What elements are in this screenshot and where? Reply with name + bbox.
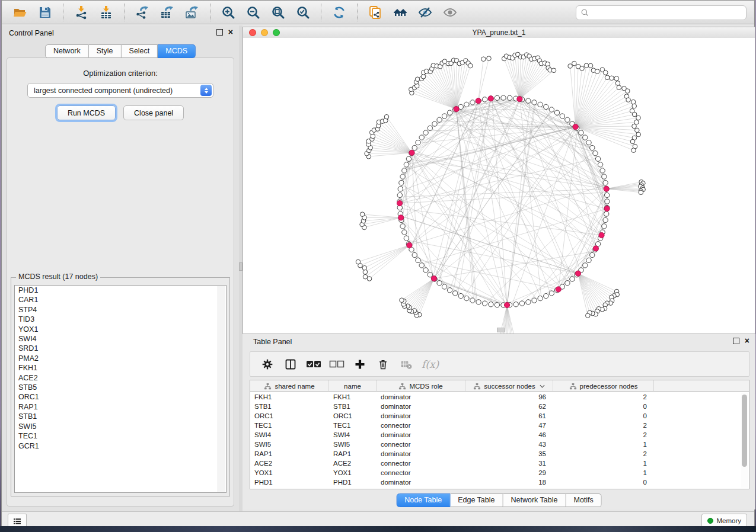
list-item[interactable]: ORC1	[15, 392, 226, 402]
list-icon	[12, 517, 22, 526]
table-row[interactable]: SWI5SWI5connector431	[250, 440, 749, 449]
settings-gear-button[interactable]	[259, 355, 276, 373]
table-row[interactable]: FKH1FKH1dominator962	[250, 392, 749, 402]
control-panel-tabs: NetworkStyleSelectMCDS	[45, 44, 196, 58]
table-row[interactable]: YOX1YOX1connector291	[250, 468, 749, 477]
cell-successor-nodes: 18	[465, 479, 553, 486]
toolbar-separator	[63, 4, 63, 21]
list-item[interactable]: PHD1	[15, 286, 226, 295]
close-table-panel-icon[interactable]: ×	[745, 337, 749, 344]
select-all-icon	[306, 358, 321, 370]
column-header-successor-nodes[interactable]: successor nodes	[465, 380, 553, 392]
table-row[interactable]: SWI4SWI4dominator462	[250, 430, 749, 440]
list-item[interactable]: STB5	[15, 383, 226, 392]
table-toolbar: f(x)	[250, 351, 749, 377]
delete-row-button[interactable]	[374, 355, 392, 373]
add-row-icon	[354, 358, 366, 370]
save-session-icon	[38, 5, 52, 20]
clone-network-button[interactable]	[366, 3, 385, 22]
list-item[interactable]: SWI4	[15, 334, 226, 344]
tab-node-table[interactable]: Node Table	[396, 493, 450, 507]
show-all-button[interactable]	[441, 3, 460, 22]
result-list-scrollbar[interactable]	[218, 286, 225, 492]
list-item[interactable]: GCR1	[15, 441, 226, 451]
network-canvas[interactable]	[243, 38, 755, 334]
list-item[interactable]: PMA2	[15, 354, 226, 363]
hide-selected-button[interactable]	[416, 3, 435, 22]
first-neighbors-button[interactable]	[391, 3, 410, 22]
cell-name: STB1	[329, 403, 377, 410]
table-row[interactable]: PHD1PHD1dominator180	[250, 477, 749, 487]
tab-edge-table[interactable]: Edge Table	[450, 493, 503, 507]
run-mcds-button[interactable]: Run MCDS	[57, 105, 116, 120]
list-item[interactable]: TEC1	[15, 431, 226, 441]
tab-mcds[interactable]: MCDS	[158, 44, 196, 58]
cell-predecessor-nodes: 2	[553, 431, 654, 438]
zoom-selected-button[interactable]	[294, 3, 312, 22]
list-item[interactable]: YOX1	[15, 325, 226, 334]
memory-button[interactable]: Memory	[701, 514, 747, 527]
toolbar-separator	[124, 4, 125, 21]
table-scrollbar[interactable]	[741, 393, 748, 488]
export-image-button[interactable]	[183, 3, 202, 22]
toolbar-separator	[357, 4, 358, 21]
list-item[interactable]: STP4	[15, 305, 226, 315]
column-header-shared-name[interactable]: shared name	[250, 380, 329, 392]
cell-successor-nodes: 96	[465, 393, 553, 400]
list-item[interactable]: SWI5	[15, 422, 226, 431]
tab-motifs[interactable]: Motifs	[566, 493, 601, 507]
list-item[interactable]: CAR1	[15, 295, 226, 305]
export-table-button[interactable]	[158, 3, 177, 22]
table-row[interactable]: TEC1TEC1connector472	[250, 421, 749, 430]
table-row[interactable]: RAP1RAP1dominator352	[250, 449, 749, 459]
list-item[interactable]: TID3	[15, 315, 226, 324]
cell-predecessor-nodes: 2	[553, 393, 654, 400]
float-panel-icon[interactable]	[216, 29, 223, 36]
column-header-name[interactable]: name	[329, 380, 377, 392]
table-row[interactable]: ACE2ACE2connector311	[250, 459, 749, 468]
delete-table-button[interactable]	[397, 355, 415, 373]
column-header-predecessor-nodes[interactable]: predecessor nodes	[553, 380, 654, 392]
cell-successor-nodes: 35	[465, 450, 553, 457]
save-session-button[interactable]	[36, 3, 55, 22]
column-header-mcds-role[interactable]: MCDS role	[377, 380, 465, 392]
cell-shared-name: STB1	[250, 403, 329, 410]
table-row[interactable]: ORC1ORC1dominator610	[250, 411, 749, 421]
list-item[interactable]: RAP1	[15, 402, 226, 412]
select-all-button[interactable]	[305, 355, 323, 373]
list-item[interactable]: FKH1	[15, 363, 226, 373]
table-row[interactable]: STB1STB1dominator620	[250, 402, 749, 411]
list-item[interactable]: ACE2	[15, 373, 226, 383]
open-file-button[interactable]	[11, 3, 30, 22]
cell-shared-name: ACE2	[250, 460, 329, 467]
list-item[interactable]: STB1	[15, 412, 226, 421]
add-row-button[interactable]	[351, 355, 369, 373]
tab-style[interactable]: Style	[89, 44, 122, 58]
dropdown-stepper-icon	[200, 85, 212, 96]
tab-network-table[interactable]: Network Table	[503, 493, 566, 507]
close-panel-button[interactable]: Close panel	[123, 105, 184, 120]
deselect-all-button[interactable]	[328, 355, 346, 373]
show-columns-button[interactable]	[282, 355, 299, 373]
search-box[interactable]	[576, 5, 747, 20]
zoom-fit-button[interactable]	[269, 3, 288, 22]
function-builder-button[interactable]: f(x)	[420, 355, 439, 373]
export-network-button[interactable]	[133, 3, 152, 22]
zoom-out-button[interactable]	[244, 3, 263, 22]
zoom-in-button[interactable]	[219, 3, 238, 22]
float-table-panel-icon[interactable]	[733, 338, 739, 344]
main-toolbar	[2, 1, 754, 24]
search-input[interactable]	[592, 7, 746, 20]
tab-network[interactable]: Network	[45, 44, 89, 58]
tab-select[interactable]: Select	[122, 44, 158, 58]
open-file-icon	[13, 5, 27, 20]
horizontal-splitter-grip[interactable]	[497, 328, 505, 332]
close-panel-icon[interactable]: ×	[228, 28, 233, 36]
refresh-network-button[interactable]	[330, 3, 349, 22]
criterion-dropdown[interactable]: largest connected component (undirected)	[27, 83, 213, 98]
cell-mcds-role: connector	[377, 469, 465, 476]
import-table-button[interactable]	[97, 3, 116, 22]
import-network-button[interactable]	[72, 3, 91, 22]
list-item[interactable]: SRD1	[15, 344, 226, 353]
table-scrollbar-thumb[interactable]	[742, 395, 747, 467]
